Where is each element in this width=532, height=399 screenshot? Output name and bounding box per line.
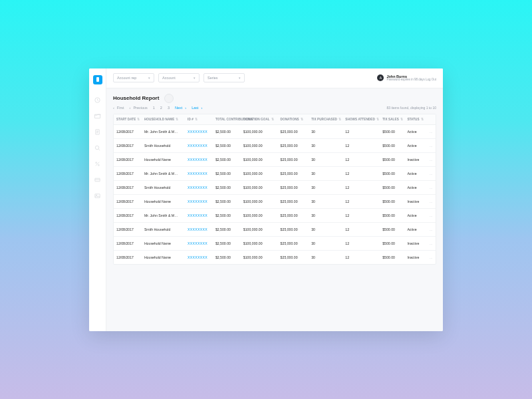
pagination-bar: First Previous 1 2 3 Next Last 83 items … xyxy=(106,106,443,114)
cell-actions[interactable]: … xyxy=(426,194,436,208)
cell-tix: 30 xyxy=(309,166,342,180)
cell-donations: $25,000.00 xyxy=(278,208,309,222)
cell-id[interactable]: XXXXXXXX xyxy=(185,222,213,236)
cell-name: Smith Household xyxy=(142,138,185,152)
logo-icon[interactable] xyxy=(93,75,102,84)
table-row[interactable]: 12/08/2017Mr. John Smith & M…XXXXXXXX$2,… xyxy=(114,124,436,138)
cell-id[interactable]: XXXXXXXX xyxy=(185,166,213,180)
search-icon[interactable] xyxy=(94,144,102,152)
cell-status: Inactive xyxy=(404,194,426,208)
cell-status: Active xyxy=(404,166,426,180)
document-icon[interactable] xyxy=(94,128,102,136)
page-1[interactable]: 1 xyxy=(153,106,155,110)
cell-goal: $100,000.00 xyxy=(241,180,278,194)
cell-goal: $100,000.00 xyxy=(241,138,278,152)
table-row[interactable]: 12/08/2017Household NameXXXXXXXX$2,500.0… xyxy=(114,152,436,166)
cell-sales: $500.00 xyxy=(380,166,404,180)
cell-date: 12/08/2017 xyxy=(114,222,142,236)
cell-date: 12/08/2017 xyxy=(114,208,142,222)
page-prev[interactable]: Previous xyxy=(130,106,148,110)
table-row[interactable]: 12/08/2017Household NameXXXXXXXX$2,500.0… xyxy=(114,194,436,208)
col-header[interactable]: STATUS⇅ xyxy=(404,114,426,125)
col-header[interactable] xyxy=(426,114,436,125)
card-icon[interactable] xyxy=(94,176,102,184)
col-header[interactable]: DONATIONS⇅ xyxy=(278,114,309,125)
cell-actions[interactable]: … xyxy=(426,180,436,194)
table-row[interactable]: 12/08/2017Household NameXXXXXXXX$2,500.0… xyxy=(114,250,436,264)
col-header[interactable]: TIX SALES⇅ xyxy=(380,114,404,125)
cell-id[interactable]: XXXXXXXX xyxy=(185,250,213,264)
folder-icon[interactable] xyxy=(94,112,102,120)
table-row[interactable]: 12/08/2017Mr. John Smith & M…XXXXXXXX$2,… xyxy=(114,166,436,180)
sort-icon: ⇅ xyxy=(376,118,379,121)
sort-icon: ⇅ xyxy=(301,118,303,121)
dashboard-icon[interactable] xyxy=(94,96,102,104)
cell-id[interactable]: XXXXXXXX xyxy=(185,180,213,194)
cell-donations: $25,000.00 xyxy=(278,166,309,180)
user-box[interactable]: A John Burns Password expires in 98 days… xyxy=(377,74,436,82)
table-row[interactable]: 12/08/2017Mr. John Smith & M…XXXXXXXX$2,… xyxy=(114,208,436,222)
cell-id[interactable]: XXXXXXXX xyxy=(185,138,213,152)
cell-actions[interactable]: … xyxy=(426,250,436,264)
cell-status: Active xyxy=(404,138,426,152)
report-table: START DATE⇅HOUSEHOLD NAME⇅ID #⇅TOTAL CON… xyxy=(113,114,436,265)
cell-contrib: $2,500.00 xyxy=(213,236,241,250)
sidebar xyxy=(89,68,106,331)
avatar: A xyxy=(377,74,384,81)
cell-tix: 30 xyxy=(309,152,342,166)
select-series[interactable]: Series ▾ xyxy=(203,73,245,82)
col-header[interactable]: TOTAL CONTRIBUTIONS⇅ xyxy=(213,114,241,125)
cell-tix: 30 xyxy=(309,194,342,208)
select-account-rep[interactable]: Account rep ▾ xyxy=(113,73,154,82)
col-header[interactable]: HOUSEHOLD NAME⇅ xyxy=(142,114,185,125)
percent-icon[interactable] xyxy=(94,160,102,168)
cell-goal: $100,000.00 xyxy=(241,166,278,180)
col-header[interactable]: TIX PURCHASED⇅ xyxy=(309,114,342,125)
col-header[interactable]: DONATION GOAL⇅ xyxy=(241,114,278,125)
table-row[interactable]: 12/08/2017Smith HouseholdXXXXXXXX$2,500.… xyxy=(114,222,436,236)
page-first[interactable]: First xyxy=(113,106,124,110)
select-label: Series xyxy=(207,76,218,80)
cell-status: Inactive xyxy=(404,236,426,250)
cell-shows: 12 xyxy=(342,236,380,250)
cell-actions[interactable]: … xyxy=(426,124,436,138)
page-next[interactable]: Next xyxy=(175,106,186,110)
col-header[interactable]: ID #⇅ xyxy=(185,114,213,125)
cell-shows: 12 xyxy=(342,250,380,264)
table-row[interactable]: 12/08/2017Smith HouseholdXXXXXXXX$2,500.… xyxy=(114,180,436,194)
cell-shows: 12 xyxy=(342,166,380,180)
topbar: Account rep ▾ Account ▾ Series ▾ A John … xyxy=(106,68,443,88)
cell-contrib: $2,500.00 xyxy=(213,222,241,236)
col-header[interactable]: SHOWS ATTENDED⇅ xyxy=(342,114,380,125)
cell-actions[interactable]: … xyxy=(426,138,436,152)
cell-id[interactable]: XXXXXXXX xyxy=(185,152,213,166)
cell-status: Active xyxy=(404,124,426,138)
cell-actions[interactable]: … xyxy=(426,166,436,180)
cell-name: Household Name xyxy=(142,194,185,208)
cell-tix: 30 xyxy=(309,250,342,264)
cell-id[interactable]: XXXXXXXX xyxy=(185,124,213,138)
cell-actions[interactable]: … xyxy=(426,236,436,250)
sort-icon: ⇅ xyxy=(421,118,424,121)
cell-id[interactable]: XXXXXXXX xyxy=(185,236,213,250)
cell-shows: 12 xyxy=(342,152,380,166)
cell-id[interactable]: XXXXXXXX xyxy=(185,208,213,222)
table-row[interactable]: 12/08/2017Smith HouseholdXXXXXXXX$2,500.… xyxy=(114,138,436,152)
page-3[interactable]: 3 xyxy=(168,106,170,110)
select-label: Account rep xyxy=(117,76,136,80)
table-row[interactable]: 12/08/2017Household NameXXXXXXXX$2,500.0… xyxy=(114,236,436,250)
cell-id[interactable]: XXXXXXXX xyxy=(185,194,213,208)
cell-date: 12/08/2017 xyxy=(114,194,142,208)
cell-date: 12/08/2017 xyxy=(114,152,142,166)
image-icon[interactable] xyxy=(94,192,102,200)
page-2[interactable]: 2 xyxy=(160,106,162,110)
page-last[interactable]: Last xyxy=(192,106,202,110)
cell-actions[interactable]: … xyxy=(426,208,436,222)
cell-actions[interactable]: … xyxy=(426,222,436,236)
cell-name: Mr. John Smith & M… xyxy=(142,208,185,222)
select-label: Account xyxy=(162,76,176,80)
page-title: Household Report xyxy=(113,95,159,101)
col-header[interactable]: START DATE⇅ xyxy=(114,114,142,125)
cell-actions[interactable]: … xyxy=(426,152,436,166)
select-account[interactable]: Account ▾ xyxy=(158,73,200,82)
